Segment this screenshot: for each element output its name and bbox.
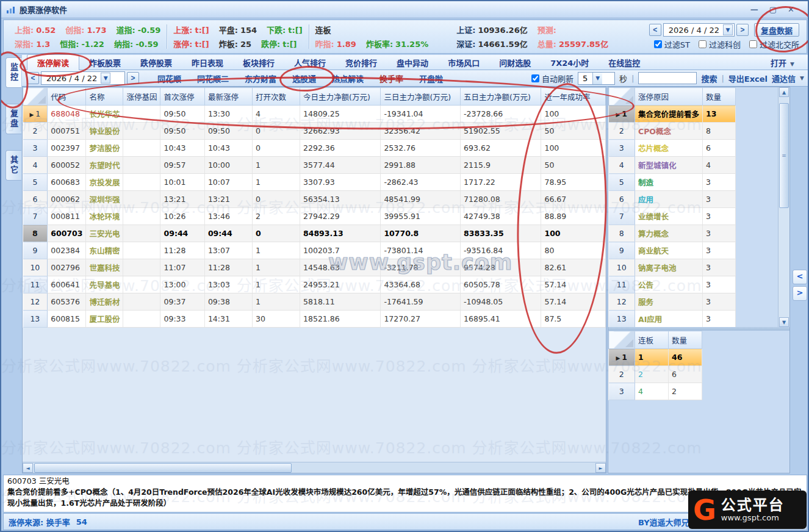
row-number[interactable]: 8 xyxy=(23,225,48,242)
search-input[interactable] xyxy=(638,72,697,84)
row-number[interactable]: 2 xyxy=(609,366,635,383)
cell[interactable]: 钠离子电池 xyxy=(635,259,703,276)
cell[interactable]: -19341.04 xyxy=(381,106,461,123)
table-row[interactable]: 12服务3 xyxy=(609,293,736,311)
cell[interactable]: 16895.41 xyxy=(461,311,541,328)
cell[interactable]: 000062 xyxy=(48,191,86,208)
cell[interactable]: 3307.93 xyxy=(300,174,381,191)
cell[interactable]: 100 xyxy=(541,140,606,157)
table-row[interactable]: 3002397梦洁股份10:4310:4302292.362532.76693.… xyxy=(23,140,606,157)
row-number[interactable]: 3 xyxy=(609,383,635,400)
table-row[interactable]: 11公告3 xyxy=(609,276,736,293)
column-header-首次涨停[interactable]: 首次涨停 xyxy=(160,88,204,106)
checkbox-过滤北交所[interactable]: 过滤北交所 xyxy=(749,38,799,50)
cell[interactable]: 600683 xyxy=(48,174,86,191)
tab-市场风口[interactable]: 市场风口 xyxy=(438,55,489,70)
toolbar-date-prev-button[interactable]: < xyxy=(27,72,39,84)
cell[interactable]: 18521.86 xyxy=(300,311,381,328)
column-header-代码[interactable]: 代码 xyxy=(48,88,86,106)
row-number[interactable]: 5 xyxy=(23,174,48,191)
cell[interactable]: 13 xyxy=(703,106,736,123)
cell[interactable]: 51902.55 xyxy=(461,123,541,140)
cell[interactable]: 09:50 xyxy=(204,123,252,140)
row-number[interactable]: ▶1 xyxy=(609,106,635,123)
cell[interactable]: 世嘉科技 xyxy=(86,259,123,276)
vertical-scrollbar[interactable]: ▲ ≡ ▼ xyxy=(778,87,789,327)
cell[interactable]: CPO概念 xyxy=(635,123,703,140)
row-number[interactable]: 6 xyxy=(23,191,48,208)
cell[interactable] xyxy=(123,259,160,276)
cell[interactable]: 42749.38 xyxy=(461,208,541,225)
tab-跌停股票[interactable]: 跌停股票 xyxy=(131,55,182,70)
collapse-left-icon[interactable]: < xyxy=(793,270,807,284)
tab-竞价排行[interactable]: 竞价排行 xyxy=(336,55,387,70)
cell[interactable]: 24953.21 xyxy=(300,276,381,293)
cell[interactable]: 32662.93 xyxy=(300,123,381,140)
row-number[interactable]: 10 xyxy=(609,259,635,276)
tab-7X24小时[interactable]: 7X24小时 xyxy=(541,55,599,70)
row-number[interactable]: ▶1 xyxy=(23,106,48,123)
cell[interactable] xyxy=(123,311,160,328)
column-header-名称[interactable]: 名称 xyxy=(86,88,123,106)
table-row[interactable]: 13600815厦工股份09:3314:313018521.8617270.27… xyxy=(23,311,606,328)
cell[interactable]: 10:00 xyxy=(204,157,252,174)
column-header-打开次数[interactable]: 打开次数 xyxy=(252,88,300,106)
minimize-button[interactable]: — xyxy=(750,5,758,15)
table-row[interactable]: 3芯片概念6 xyxy=(609,140,736,157)
cell[interactable]: 东望时代 xyxy=(86,157,123,174)
row-number[interactable]: 2 xyxy=(609,123,635,140)
cell[interactable]: 09:44 xyxy=(160,225,204,242)
cell[interactable]: 商业航天 xyxy=(635,242,703,259)
cell[interactable]: 50 xyxy=(541,123,606,140)
scroll-right-icon[interactable]: ► xyxy=(595,463,606,473)
cell[interactable]: 13:03 xyxy=(204,276,252,293)
cell[interactable] xyxy=(123,140,160,157)
toolbar-date-next-button[interactable]: > xyxy=(127,72,139,84)
table-row[interactable]: 10002796世嘉科技11:0711:28114548.63-3211.789… xyxy=(23,259,606,276)
checkbox-过滤科创[interactable]: 过滤科创 xyxy=(699,38,741,50)
cell[interactable]: 4 xyxy=(252,106,300,123)
column-header-今日主力净额(万元)[interactable]: 今日主力净额(万元) xyxy=(300,88,381,106)
cell[interactable]: 78.95 xyxy=(541,174,606,191)
cell[interactable]: 002384 xyxy=(48,242,86,259)
table-row[interactable]: 2CPO概念8 xyxy=(609,123,736,140)
table-row[interactable]: ▶1688048长光华芯09:5013:30414809.25-19341.04… xyxy=(23,106,606,123)
cell[interactable]: 1 xyxy=(252,293,300,311)
cell[interactable]: 688048 xyxy=(48,106,86,123)
row-number[interactable]: 11 xyxy=(609,276,635,293)
cell[interactable]: 5818.11 xyxy=(300,293,381,311)
cell[interactable]: 0 xyxy=(252,191,300,208)
table-row[interactable]: ▶1集合竞价提前看多13 xyxy=(609,106,736,123)
tab-涨停解读[interactable]: 涨停解读 xyxy=(27,54,79,70)
table-row[interactable]: 342 xyxy=(609,383,702,400)
cell[interactable]: 京投发展 xyxy=(86,174,123,191)
column-header-近一年成功率[interactable]: 近一年成功率 xyxy=(541,88,606,106)
cell[interactable]: 3 xyxy=(703,191,736,208)
checkbox-input[interactable] xyxy=(749,40,757,48)
cell[interactable]: 71280.08 xyxy=(461,191,541,208)
cell[interactable]: 82.61 xyxy=(541,259,606,276)
source-同花顺[interactable]: 同花顺 xyxy=(149,71,189,85)
table-row[interactable]: 6000062深圳华强13:2113:21056354.1348541.9971… xyxy=(23,191,606,208)
row-number[interactable]: 4 xyxy=(609,157,635,174)
table-row[interactable]: 9002384东山精密11:2813:071100203.7-73801.14-… xyxy=(23,242,606,259)
column-header-最新涨停[interactable]: 最新涨停 xyxy=(204,88,252,106)
cell[interactable]: 新型城镇化 xyxy=(635,157,703,174)
maximize-button[interactable]: ▢ xyxy=(769,5,777,15)
row-number[interactable]: 4 xyxy=(23,157,48,174)
cell[interactable]: 09:50 xyxy=(160,106,204,123)
row-number[interactable]: 9 xyxy=(609,242,635,259)
source-开盘啦[interactable]: 开盘啦 xyxy=(411,71,451,85)
cell[interactable]: 09:44 xyxy=(204,225,252,242)
row-number[interactable]: ▶1 xyxy=(609,349,635,366)
cell[interactable]: 1 xyxy=(252,276,300,293)
cell[interactable]: 46 xyxy=(669,349,702,366)
cell[interactable]: 0 xyxy=(252,123,300,140)
source-东方财富[interactable]: 东方财富 xyxy=(237,71,284,85)
cell[interactable]: 27942.29 xyxy=(300,208,381,225)
checkbox-过滤ST[interactable]: 过滤ST xyxy=(654,38,690,50)
cell[interactable]: 13:21 xyxy=(204,191,252,208)
column-header-五日主力净额(万元)[interactable]: 五日主力净额(万元) xyxy=(461,88,541,106)
cell[interactable]: 87.5 xyxy=(541,311,606,328)
cell[interactable]: 09:50 xyxy=(160,123,204,140)
